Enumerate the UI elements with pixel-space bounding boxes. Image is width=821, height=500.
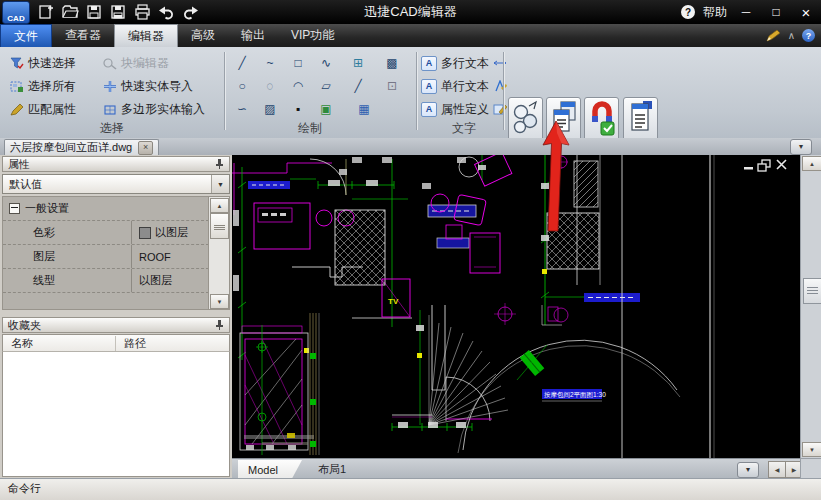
menu-tab-viewer[interactable]: 查看器 [52,24,114,47]
draw-image-icon[interactable]: ▣ [314,99,338,118]
menu-tab-output[interactable]: 输出 [228,24,278,47]
property-grid-scrollbar[interactable]: ▲ ▼ [208,197,229,309]
draw-line2-icon[interactable]: ╱ [346,76,370,95]
draw-polygon-icon[interactable]: ▱ [314,76,338,95]
quick-select-label: 快速选择 [28,55,76,72]
quick-entity-import-button[interactable]: 快速实体导入 [103,77,193,95]
ribbon-divider [503,52,504,130]
match-properties-button[interactable]: 匹配属性 [10,100,76,118]
property-row-color[interactable]: 色彩 以图层 [3,221,209,245]
doc-close-icon[interactable] [777,160,786,169]
scroll-left-icon[interactable]: ◀ [768,461,786,478]
text-style-icon[interactable] [493,80,507,93]
drawing-canvas[interactable]: TV [232,155,800,458]
collapse-minus-icon[interactable] [9,203,20,214]
command-line-bar[interactable]: 命令行 [0,478,821,500]
menu-tab-file[interactable]: 文件 [0,24,52,47]
doc-minimize-icon[interactable] [744,167,753,170]
document-tab-close-icon[interactable]: × [138,141,153,155]
polygon-entity-input-label: 多边形实体输入 [121,101,205,118]
draw-polyline-icon[interactable]: ∿ [314,53,338,72]
draw-arc-icon[interactable]: ◠ [286,76,310,95]
scroll-up-icon[interactable]: ▲ [210,198,229,213]
pencil-icon[interactable] [766,29,781,42]
scrollbar-thumb[interactable] [210,213,229,239]
tab-overflow-chevron-button[interactable]: ▾ [790,139,812,155]
menu-tab-advanced[interactable]: 高级 [178,24,228,47]
layout-overflow-chevron-button[interactable]: ▾ [737,462,759,478]
block-editor-icon [103,57,117,70]
block-editor-button[interactable]: 块编辑器 [103,54,169,72]
favorites-col-name[interactable]: 名称 [3,336,115,351]
draw-hatch-icon[interactable]: ▩ [380,53,404,72]
menu-tab-editor[interactable]: 编辑器 [114,24,178,47]
undo-button[interactable] [154,2,178,22]
draw-line-icon[interactable]: ╱ [230,53,254,72]
property-section-row[interactable]: 一般设置 [3,197,209,221]
tools-icon [511,98,541,140]
draw-revcloud-icon[interactable]: ∽ [230,99,254,118]
canvas-vertical-scrollbar[interactable]: ▲ ▼ [800,155,821,458]
new-file-button[interactable] [34,2,58,22]
select-all-button[interactable]: 选择所有 [10,77,76,95]
edit-attribute-icon[interactable] [493,103,507,116]
property-row-layer[interactable]: 图层 ROOF [3,245,209,269]
block-editor-label: 块编辑器 [121,55,169,72]
quick-select-button[interactable]: 快速选择 [10,54,76,72]
menu-tab-vip[interactable]: VIP功能 [278,24,347,47]
mtext-icon: A [421,56,437,71]
draw-circle-icon[interactable]: ○ [230,76,254,95]
mtext-button[interactable]: A 多行文本 [421,54,507,72]
dtext-button[interactable]: A 单行文本 [421,77,507,95]
properties-panel-title: 属性 [8,157,30,172]
save-as-button[interactable] [106,2,130,22]
app-window: CAD 迅捷CAD编辑器 ? 帮助 ─ □ × [0,0,821,500]
property-row-empty [3,293,209,309]
draw-donut-icon[interactable]: ◌ [258,76,282,95]
help-label[interactable]: 帮助 [703,4,727,21]
favorites-col-path[interactable]: 路径 [115,336,146,351]
pin-icon[interactable] [215,158,224,170]
model-tab[interactable]: Model [238,460,302,479]
help-icon[interactable]: ? [681,5,695,19]
polygon-entity-input-button[interactable]: 多边形实体输入 [103,100,205,118]
document-tab[interactable]: 六层按摩包间立面详.dwg × [4,139,159,155]
save-button[interactable] [82,2,106,22]
redo-button[interactable] [178,2,202,22]
scrollbar-thumb[interactable] [803,278,821,304]
properties-panel-header[interactable]: 属性 [2,156,230,172]
scroll-up-icon[interactable]: ▲ [802,156,821,171]
open-file-button[interactable] [58,2,82,22]
quick-help-icon[interactable]: ? [802,29,815,42]
scroll-down-icon[interactable]: ▼ [210,294,229,309]
maximize-button[interactable]: □ [765,5,787,19]
draw-group-label: 绘制 [298,120,322,137]
collapse-ribbon-icon[interactable]: ∧ [788,30,795,41]
print-button[interactable] [130,2,154,22]
draw-spline-icon[interactable]: ~ [258,53,282,72]
attribute-define-button[interactable]: A 属性定义 [421,100,507,118]
draw-rectangle-icon[interactable]: □ [286,53,310,72]
dtext-label: 单行文本 [441,78,489,95]
draw-copy-icon[interactable]: ⊞ [346,53,370,72]
draw-block-icon[interactable]: ⊡ [380,76,404,95]
close-button[interactable]: × [795,4,817,21]
text-width-icon[interactable] [493,57,507,70]
scroll-down-icon[interactable]: ▼ [802,442,821,457]
draw-point-icon[interactable]: ▪ [286,99,310,118]
ribbon: 快速选择 选择所有 匹配属性 块编辑器 快速实体导入 多边形实体输入 选择 ╱ … [0,47,821,139]
draw-table-icon[interactable]: ▦ [352,99,376,118]
property-row-linetype[interactable]: 线型 以图层 [3,269,209,293]
chevron-down-icon[interactable]: ▼ [211,175,229,193]
doc-restore-icon[interactable] [758,160,770,171]
layout1-tab[interactable]: 布局1 [318,460,346,479]
minimize-button[interactable]: ─ [735,5,757,19]
property-preset-combobox[interactable]: 默认值 ▼ [2,174,230,194]
attribute-define-icon: A [421,102,437,117]
property-name: 图层 [3,249,131,264]
pin-icon[interactable] [215,319,224,331]
draw-gradient-icon[interactable]: ▨ [258,99,282,118]
favorites-list[interactable] [2,352,230,477]
layout-tab-bar: Model 布局1 ▾ ◀ ▶ [232,458,800,479]
favorites-panel-header[interactable]: 收藏夹 [2,317,230,333]
